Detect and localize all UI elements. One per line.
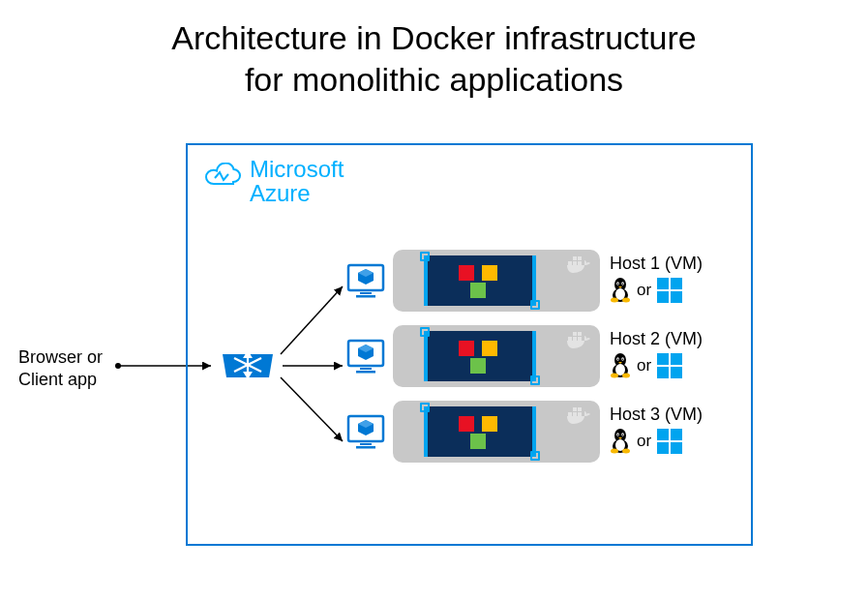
svg-rect-61 [671, 367, 682, 378]
host-label: Host 1 (VM) [610, 254, 703, 274]
app-block-red [459, 416, 474, 432]
host-row [346, 401, 600, 463]
svg-rect-34 [573, 407, 577, 411]
svg-rect-71 [657, 429, 669, 440]
windows-icon [657, 278, 682, 303]
diagram-title: Architecture in Docker infrastructure fo… [0, 0, 868, 107]
container-box [424, 255, 536, 306]
cloud-icon [205, 163, 242, 190]
or-text: or [637, 281, 651, 300]
app-blocks [457, 414, 503, 449]
app-block-yellow [482, 265, 497, 281]
svg-point-0 [115, 363, 121, 369]
svg-rect-16 [573, 261, 577, 265]
svg-rect-31 [568, 412, 572, 416]
client-line-1: Browser or [18, 347, 103, 367]
os-options: or [610, 429, 703, 454]
svg-rect-25 [578, 337, 582, 341]
svg-rect-13 [360, 292, 372, 294]
svg-point-70 [622, 449, 630, 454]
svg-rect-46 [671, 278, 682, 289]
host-container-pill [393, 401, 600, 463]
svg-rect-32 [573, 412, 577, 416]
svg-rect-45 [657, 278, 669, 289]
svg-rect-18 [573, 256, 577, 260]
svg-rect-22 [356, 371, 375, 374]
container-box [424, 331, 536, 381]
docker-icon [565, 406, 592, 426]
svg-point-55 [622, 359, 623, 360]
svg-rect-58 [657, 353, 669, 365]
windows-icon [657, 429, 682, 454]
svg-point-56 [611, 374, 618, 378]
os-options: or [610, 353, 703, 378]
host-label: Host 2 (VM) [610, 329, 703, 349]
docker-icon [565, 331, 592, 350]
svg-rect-35 [578, 407, 582, 411]
app-block-green [470, 358, 486, 374]
svg-rect-73 [657, 442, 669, 454]
app-block-green [470, 283, 486, 298]
azure-logo: Microsoft Azure [205, 157, 344, 205]
host-label: Host 3 (VM) [610, 405, 703, 425]
svg-rect-30 [356, 446, 375, 449]
svg-rect-74 [671, 442, 682, 454]
svg-point-44 [622, 298, 630, 303]
svg-rect-33 [578, 412, 582, 416]
host-row [346, 325, 600, 387]
linux-icon [610, 353, 631, 378]
svg-rect-60 [657, 367, 669, 378]
svg-rect-27 [578, 332, 582, 336]
client-label: Browser or Client app [18, 346, 103, 392]
app-blocks [457, 339, 503, 374]
svg-rect-26 [573, 332, 577, 336]
svg-point-41 [617, 284, 618, 285]
or-text: or [637, 432, 651, 451]
or-text: or [637, 356, 651, 375]
azure-name-1: Microsoft [250, 156, 344, 182]
container-box [424, 406, 536, 457]
svg-rect-47 [657, 291, 669, 303]
windows-icon [657, 353, 682, 378]
docker-icon [565, 255, 592, 275]
host-container-pill [393, 325, 600, 387]
svg-rect-23 [568, 337, 572, 341]
client-line-2: Client app [18, 370, 97, 389]
app-block-yellow [482, 341, 497, 356]
svg-point-67 [617, 435, 618, 435]
svg-rect-14 [356, 295, 375, 298]
svg-point-43 [611, 298, 618, 303]
svg-rect-17 [578, 261, 582, 265]
os-options: or [610, 278, 703, 303]
hosts-group [346, 250, 600, 476]
title-line-1: Architecture in Docker infrastructure [171, 19, 696, 56]
linux-icon [610, 278, 631, 303]
svg-point-68 [622, 435, 623, 435]
svg-rect-29 [360, 443, 372, 445]
svg-point-42 [622, 284, 623, 285]
svg-rect-72 [671, 429, 682, 440]
svg-point-69 [611, 449, 618, 454]
svg-rect-59 [671, 353, 682, 365]
host-row [346, 250, 600, 312]
svg-rect-21 [360, 368, 372, 370]
azure-name-2: Azure [250, 180, 311, 206]
monitor-icon [346, 263, 385, 298]
host-info-row: Host 2 (VM) or [610, 325, 703, 401]
app-block-red [459, 341, 474, 356]
linux-icon [610, 429, 631, 454]
svg-rect-19 [578, 256, 582, 260]
host-container-pill [393, 250, 600, 312]
host-info-row: Host 1 (VM) or [610, 250, 703, 325]
azure-brand-text: Microsoft Azure [250, 157, 344, 205]
app-block-green [470, 434, 486, 449]
monitor-icon [346, 339, 385, 374]
app-block-red [459, 265, 474, 281]
svg-point-54 [617, 359, 618, 360]
app-blocks [457, 263, 503, 298]
svg-rect-24 [573, 337, 577, 341]
svg-rect-15 [568, 261, 572, 265]
monitor-icon [346, 414, 385, 449]
app-block-yellow [482, 416, 497, 432]
host-info-group: Host 1 (VM) or Host 2 (VM) or Host 3 (VM… [610, 250, 703, 476]
